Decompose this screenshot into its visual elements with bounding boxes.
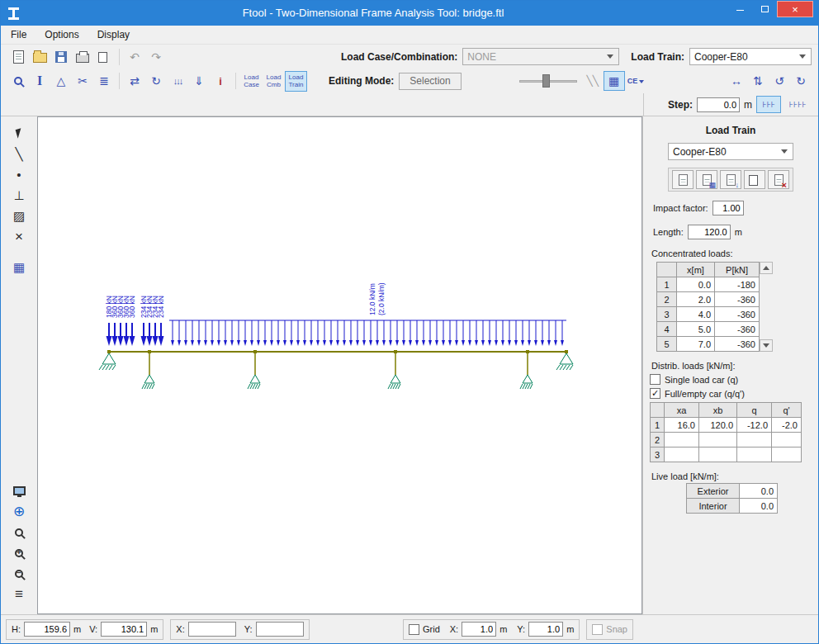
end-support[interactable] [102,353,116,364]
p-cell[interactable]: -360 [715,322,760,337]
scroll-up-button[interactable] [760,262,773,274]
q-cell[interactable] [737,447,772,462]
new-train-button[interactable] [672,170,694,189]
table-row[interactable]: 1 16.0 120.0 -12.0 -2.0 [651,418,802,433]
load-cmb-mode-button[interactable]: Load Cmb [263,71,285,92]
menu-file[interactable]: File [11,29,26,40]
xa-cell[interactable] [665,447,699,462]
xa-cell[interactable] [665,433,699,447]
select-tool-button[interactable] [7,123,31,144]
h-extent-input[interactable] [24,622,70,637]
x-cell[interactable]: 4.0 [677,307,715,322]
table-row[interactable]: Exterior 0.0 [687,484,778,499]
load-train-mode-button[interactable]: Load Train [285,71,307,92]
zoom-in-button[interactable]: + [7,542,31,563]
intermediate-support[interactable] [523,375,533,383]
slider-thumb[interactable] [542,74,550,88]
undo-button[interactable]: ↶ [124,47,145,67]
step-mode-1-button[interactable]: ⊦⊦⊦ [756,96,781,113]
support-tool-button[interactable]: △ [50,71,72,91]
dimension-tool-button[interactable]: ⊥ [7,185,31,206]
moment-load-button[interactable]: ↻ [145,71,167,91]
rotate-cw-button[interactable]: ↻ [790,71,812,91]
open-file-button[interactable] [29,47,50,67]
copy-button[interactable] [93,47,115,67]
uniform-load-button[interactable]: ↓↓↓ [167,71,188,91]
stretch-vertical-button[interactable]: ⇅ [747,71,769,91]
transform-grid-button[interactable]: ▦ [604,71,625,91]
y-coord-input[interactable] [256,622,304,637]
intermediate-support[interactable] [391,375,400,383]
world-view-button[interactable]: ⊕ [7,501,31,522]
p-cell[interactable]: -360 [715,307,760,322]
x-cell[interactable]: 2.0 [677,292,715,307]
diagram-lines-button[interactable]: ╲╲ [582,71,604,91]
zoom-window-button[interactable] [7,522,31,542]
import-train-button[interactable]: ▦ [696,170,717,189]
scroll-mode-button[interactable]: ≡ [7,584,31,604]
intermediate-support[interactable] [250,375,260,383]
linear-load-button[interactable]: ⇓ [188,71,210,91]
delete-tool-button[interactable]: × [7,226,31,247]
maximize-button[interactable] [752,1,777,17]
grid-x-input[interactable] [462,622,496,637]
train-select-combo[interactable]: Cooper-E80 [668,143,793,160]
xb-cell[interactable] [699,447,737,462]
table-row[interactable]: 2 2.0 -360 [657,292,760,307]
scroll-track[interactable] [760,274,773,339]
load-case-combo[interactable]: NONE [462,48,619,65]
v-extent-input[interactable] [101,622,147,637]
delete-train-button[interactable]: × [768,170,789,189]
table-row[interactable]: 3 4.0 -360 [657,307,760,322]
minimize-button[interactable] [727,1,752,17]
table-row[interactable]: 1 0.0 -180 [657,277,760,292]
member-tool-button[interactable]: ╲ [7,144,31,164]
menu-options[interactable]: Options [45,29,78,40]
load-case-mode-button[interactable]: Load Case [240,71,263,92]
nodal-load-button[interactable]: ⇄ [124,71,145,91]
table-row[interactable]: Interior 0.0 [687,499,778,514]
table-row[interactable]: 5 7.0 -360 [657,337,760,352]
zoom-out-button[interactable]: − [7,563,31,584]
structure-canvas[interactable]: 180 kN360 kN360 kN360 kN360 kN234 kN234 … [37,116,642,614]
impact-factor-input[interactable] [712,201,744,215]
stretch-horizontal-button[interactable]: ↔ [726,71,747,91]
redo-button[interactable]: ↷ [145,47,167,67]
thermal-load-button[interactable]: i [210,71,231,91]
step-input[interactable] [697,97,740,112]
keyboard-input-button[interactable]: ▦ [7,257,31,277]
save-button[interactable] [50,47,72,67]
p-cell[interactable]: -180 [715,277,760,292]
interior-value[interactable]: 0.0 [740,499,778,514]
step-mode-2-button[interactable]: ⊦⊦⊦⊦ [785,96,810,113]
copy-train-button[interactable] [744,170,765,189]
grid-y-input[interactable] [528,622,563,637]
q-cell[interactable] [737,433,772,447]
print-button[interactable] [72,47,93,67]
new-file-button[interactable] [7,47,29,67]
zoom-slider[interactable] [519,73,577,89]
table-row[interactable]: 3 [651,447,802,462]
ce-dropdown-button[interactable]: CE [625,71,647,91]
scroll-down-button[interactable] [760,339,773,352]
display-options-button[interactable] [7,481,31,501]
q-cell[interactable]: -12.0 [737,418,772,433]
x-cell[interactable]: 0.0 [677,277,715,292]
xb-cell[interactable] [699,433,737,447]
section-properties-button[interactable]: I [29,71,50,91]
xa-cell[interactable]: 16.0 [665,418,699,433]
table-row[interactable]: 4 5.0 -360 [657,322,760,337]
node-tool-button[interactable]: • [7,164,31,185]
hatch-tool-button[interactable]: ▨ [7,206,31,226]
intermediate-support[interactable] [144,375,154,383]
xb-cell[interactable]: 120.0 [699,418,737,433]
rotate-ccw-button[interactable]: ↺ [769,71,790,91]
full-empty-car-checkbox[interactable]: ✓ Full/empty car (q/q') [643,388,818,399]
load-train-combo[interactable]: Cooper-E80 [689,48,812,65]
table-row[interactable]: 2 [651,433,802,447]
length-input[interactable] [688,225,731,239]
exterior-value[interactable]: 0.0 [740,484,778,499]
hinge-tool-button[interactable]: ✂ [72,71,93,91]
x-coord-input[interactable] [188,622,236,637]
fit-zoom-button[interactable] [7,71,29,91]
